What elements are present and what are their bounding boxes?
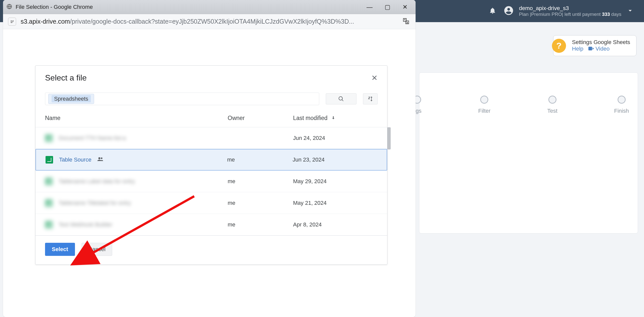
chevron-down-icon [626,7,634,15]
col-owner[interactable]: Owner [228,115,293,122]
file-owner: me [228,221,293,228]
cancel-button[interactable]: Cancel [82,243,112,256]
chrome-popup-window: File Selection - Google Chrome — ▢ ✕ s3.… [3,0,416,317]
help-question-icon[interactable]: ? [552,39,566,53]
svg-point-5 [101,157,102,159]
step-finish[interactable]: Finish [614,96,629,114]
popup-titlebar: File Selection - Google Chrome — ▢ ✕ [3,0,416,14]
google-sheets-icon [45,178,53,185]
help-link[interactable]: Help [572,46,583,52]
table-row[interactable]: Tablename Titlelabel for entrymeMay 21, … [35,192,387,214]
file-owner: me [227,156,293,163]
file-name: Document TTH Name-list-a [59,135,126,141]
col-name[interactable]: Name [45,115,228,122]
google-sheets-icon [45,199,53,207]
table-row[interactable]: Tablename Label data for entrymeMay 29, … [35,171,387,192]
address-bar: s3.apix-drive.com/private/google-docs-ca… [3,14,416,29]
popup-title: File Selection - Google Chrome [16,4,363,10]
file-name: Test Webhook Builder [59,221,112,228]
file-table: Name Owner Last modified Document TTH Na… [35,109,387,235]
bell-icon[interactable] [489,7,496,15]
file-name: Tablename Label data for entry [59,178,135,185]
maximize-button[interactable]: ▢ [385,4,390,11]
translate-icon[interactable] [403,18,411,26]
svg-point-4 [98,157,100,159]
sort-az-button[interactable] [363,93,378,104]
google-sheets-icon [45,134,53,142]
file-modified: Jun 23, 2024 [293,156,373,163]
file-name: Tablename Titlelabel for entry [59,200,131,206]
shared-icon [97,156,103,163]
google-sheets-icon [45,221,53,228]
file-modified: May 21, 2024 [293,200,374,206]
file-modified: May 29, 2024 [293,178,374,185]
video-icon [588,46,594,52]
table-row[interactable]: Test Webhook BuildermeApr 8, 2024 [35,214,387,235]
avatar-icon [503,5,514,17]
table-row[interactable]: Document TTH Name-list-aJun 24, 2024 [35,127,387,149]
picker-title: Select a file [45,73,87,83]
plan-line: Plan |Premium PRO| left until payment 33… [519,12,621,17]
step-test[interactable]: Test [547,96,557,114]
table-header: Name Owner Last modified [35,109,387,127]
file-owner: me [228,200,293,206]
table-row[interactable]: Table SourcemeJun 23, 2024 [35,149,387,171]
minimize-button[interactable]: — [367,4,373,11]
close-icon[interactable]: ✕ [371,73,378,82]
help-title: Settings Google Sheets [572,39,630,46]
select-button[interactable]: Select [45,243,75,256]
file-modified: Apr 8, 2024 [293,221,374,228]
site-settings-icon[interactable] [8,18,16,26]
wizard-steps: ngs Filter Test Finish [413,96,629,114]
sort-arrow-down-icon [331,115,336,122]
svg-point-3 [11,22,12,23]
filter-input[interactable]: Spreadsheets [45,93,319,105]
username: demo_apix-drive_s3 [519,5,621,12]
col-last-modified[interactable]: Last modified [293,115,374,122]
file-picker-dialog: Select a file ✕ Spreadsheets Name Owner … [35,65,387,265]
picker-footer: Select Cancel [35,235,387,264]
filter-chip-spreadsheets[interactable]: Spreadsheets [48,94,94,104]
svg-rect-0 [588,47,592,51]
globe-icon [7,4,12,10]
svg-point-2 [13,20,14,21]
video-link[interactable]: Video [595,46,610,52]
user-menu[interactable]: demo_apix-drive_s3 Plan |Premium PRO| le… [503,5,634,17]
step-filter[interactable]: Filter [478,96,491,114]
google-sheets-icon [46,156,53,164]
scrollbar-thumb[interactable] [387,127,391,149]
close-window-button[interactable]: ✕ [403,4,408,11]
file-owner: me [228,178,293,185]
file-modified: Jun 24, 2024 [293,135,374,141]
user-info: demo_apix-drive_s3 Plan |Premium PRO| le… [519,5,621,17]
help-bubble: ? Settings Google Sheets Help Video [553,35,636,56]
url-text[interactable]: s3.apix-drive.com/private/google-docs-ca… [21,18,398,25]
search-button[interactable] [326,93,356,104]
file-name: Table Source [59,156,91,163]
